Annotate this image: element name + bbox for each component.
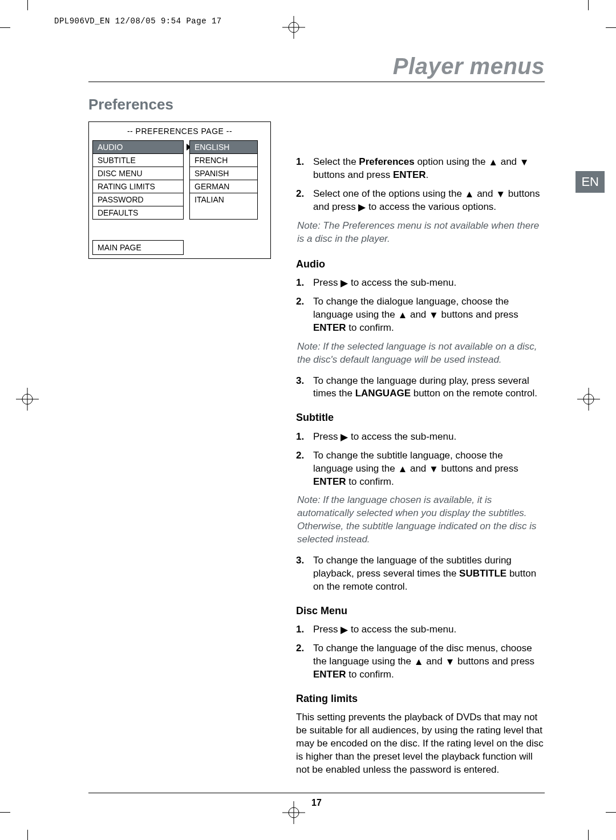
arrow-up-icon (398, 463, 407, 476)
subtitle-step-2: To change the subtitle language, choose … (296, 449, 545, 489)
subtitle-step-3: To change the language of the subtitles … (296, 554, 545, 594)
arrow-up-icon (398, 309, 407, 322)
audio-heading: Audio (296, 257, 545, 271)
chapter-title: Player menus (88, 54, 545, 82)
arrow-up-icon (465, 188, 475, 201)
osd-submenu-item: ENGLISH (190, 141, 257, 154)
crop-mark (0, 812, 10, 813)
crop-mark (606, 812, 616, 813)
osd-title: -- PREFERENCES PAGE -- (92, 127, 267, 136)
section-title: Preferences (88, 96, 545, 113)
osd-menu-item: AUDIO (93, 141, 183, 154)
arrow-down-icon (445, 656, 455, 669)
arrow-right-icon (341, 277, 348, 290)
arrow-down-icon (429, 463, 439, 476)
discmenu-heading: Disc Menu (296, 604, 545, 618)
audio-step-3: To change the language during play, pres… (296, 375, 545, 401)
page-number: 17 (88, 798, 545, 808)
page-content: Player menus Preferences -- PREFERENCES … (88, 54, 545, 772)
crop-mark (588, 0, 589, 10)
arrow-down-icon (496, 188, 505, 201)
registration-mark-icon (282, 16, 305, 39)
arrow-up-icon (488, 156, 498, 169)
crop-mark (606, 27, 616, 28)
audio-step-2: To change the dialogue language, choose … (296, 295, 545, 335)
intro-note: Note: The Preferences menu is not availa… (296, 220, 545, 246)
language-tab: EN (576, 171, 605, 193)
audio-note: Note: If the selected language is not av… (296, 340, 545, 367)
osd-submenu-item: GERMAN (190, 180, 257, 193)
osd-menu-item: RATING LIMITS (93, 180, 183, 193)
osd-submenu-item: SPANISH (190, 167, 257, 180)
discmenu-step-2: To change the language of the disc menus… (296, 642, 545, 681)
osd-menu-item: SUBTITLE (93, 154, 183, 167)
registration-mark-icon (16, 388, 39, 411)
osd-submenu-item: FRENCH (190, 154, 257, 167)
intro-step-2: Select one of the options using the and … (296, 188, 545, 214)
subtitle-step-1: Press to access the sub-menu. (296, 431, 545, 444)
osd-main-page: MAIN PAGE (92, 240, 184, 255)
subtitle-note: Note: If the language chosen is availabl… (296, 494, 545, 546)
registration-mark-icon (577, 388, 600, 411)
osd-main-menu: AUDIO SUBTITLE DISC MENU RATING LIMITS P… (92, 140, 184, 220)
footer-rule (88, 793, 545, 793)
crop-mark (27, 0, 28, 10)
crop-mark (588, 830, 589, 840)
crop-mark (0, 27, 10, 28)
discmenu-step-1: Press to access the sub-menu. (296, 623, 545, 636)
subtitle-heading: Subtitle (296, 411, 545, 424)
osd-menu-item: PASSWORD (93, 193, 183, 206)
audio-step-1: Press to access the sub-menu. (296, 277, 545, 290)
arrow-down-icon (429, 309, 439, 322)
osd-menu-item: DISC MENU (93, 167, 183, 180)
osd-submenu: ENGLISH FRENCH SPANISH GERMAN ITALIAN (189, 140, 258, 220)
intro-step-1: Select the Preferences option using the … (296, 156, 545, 182)
arrow-up-icon (414, 656, 424, 669)
rating-heading: Rating limits (296, 692, 545, 705)
print-slug: DPL906VD_EN 12/08/05 9:54 Page 17 (54, 17, 222, 25)
content-column: Select the Preferences option using the … (296, 121, 545, 777)
osd-menu-label: AUDIO (98, 143, 123, 152)
arrow-right-icon (358, 201, 366, 214)
arrow-right-icon (341, 624, 348, 637)
rating-paragraph: This setting prevents the playback of DV… (296, 711, 545, 777)
crop-mark (27, 830, 28, 840)
osd-menu-item: DEFAULTS (93, 206, 183, 219)
arrow-down-icon (520, 156, 529, 169)
arrow-right-icon (341, 431, 348, 444)
osd-submenu-item: ITALIAN (190, 193, 257, 206)
osd-figure: -- PREFERENCES PAGE -- AUDIO SUBTITLE DI… (88, 121, 271, 259)
